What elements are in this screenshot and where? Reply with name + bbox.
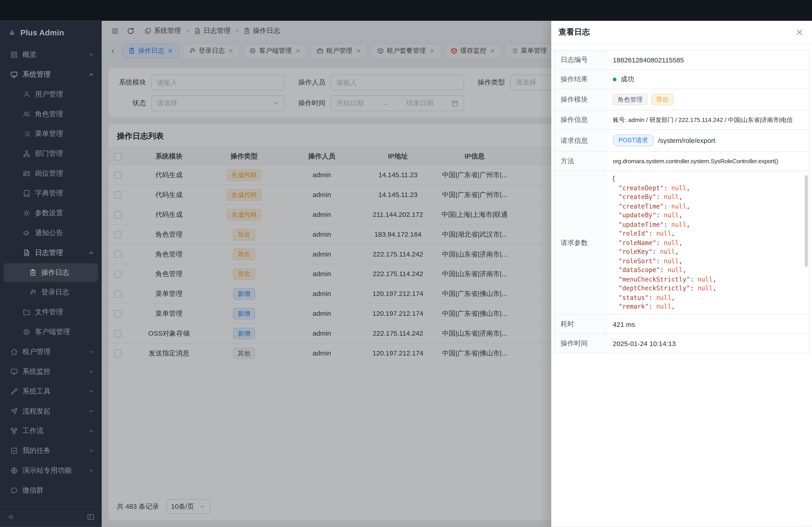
screen: Plus Admin 概览 系统管理 用户管理: [0, 0, 812, 527]
field-value-time: 2025-01-24 10:14:13: [607, 334, 809, 353]
field-label-duration: 耗时: [554, 315, 607, 334]
close-icon: [795, 28, 804, 36]
field-label-request: 请求信息: [554, 130, 607, 152]
request-url: /system/role/export: [658, 137, 715, 145]
field-label-module: 操作模块: [554, 89, 607, 110]
operation-type-tag: 导出: [651, 94, 673, 105]
field-value-module: 角色管理 导出: [607, 89, 809, 110]
field-value-request: POST请求 /system/role/export: [607, 130, 809, 152]
log-detail-table: 日志编号 1882612840802115585 操作结果 成功 操作模块 角色…: [554, 50, 810, 353]
app-page: Plus Admin 概览 系统管理 用户管理: [0, 21, 812, 527]
result-text: 成功: [621, 75, 634, 84]
field-value-duration: 421 ms: [607, 315, 809, 334]
field-value-log-id: 1882612840802115585: [607, 50, 809, 70]
scrollbar-thumb[interactable]: [805, 175, 808, 267]
field-value-method: org.dromara.system.controller.system.Sys…: [607, 152, 809, 171]
field-label-result: 操作结果: [554, 70, 607, 89]
drawer-header: 查看日志: [551, 21, 812, 44]
drawer-mask[interactable]: [0, 21, 551, 527]
drawer-body: 日志编号 1882612840802115585 操作结果 成功 操作模块 角色…: [551, 44, 812, 360]
field-value-params: { createDeptnull createBynull createTime…: [607, 171, 809, 315]
field-value-info: 账号: admin / 研发部门 / 222.175.114.242 / 中国|…: [607, 110, 809, 130]
field-value-result: 成功: [607, 70, 809, 89]
field-label-log-id: 日志编号: [554, 50, 607, 70]
module-tag: 角色管理: [613, 94, 647, 105]
view-log-drawer: 查看日志 日志编号 1882612840802115585 操作结果 成功 操作…: [551, 21, 812, 527]
request-params-json[interactable]: { createDeptnull createBynull createTime…: [607, 171, 809, 315]
field-label-info: 操作信息: [554, 110, 607, 130]
drawer-close-button[interactable]: [795, 28, 804, 36]
field-label-time: 操作时间: [554, 334, 607, 353]
field-label-method: 方法: [554, 152, 607, 171]
window-top-bar: [0, 0, 812, 21]
drawer-title: 查看日志: [559, 27, 590, 37]
post-method-tag: POST请求: [613, 135, 654, 147]
field-label-params: 请求参数: [554, 171, 607, 315]
success-dot-icon: [613, 77, 617, 81]
